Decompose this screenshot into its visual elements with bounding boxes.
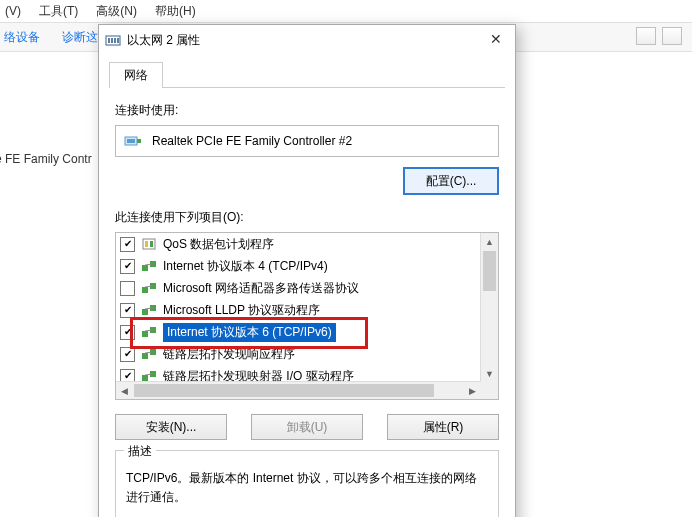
svg-rect-8 [143,239,155,249]
scroll-up-arrow-icon[interactable]: ▲ [481,233,498,250]
scroll-down-arrow-icon[interactable]: ▼ [481,365,498,382]
qos-icon [141,237,157,251]
svg-rect-1 [108,38,110,43]
vertical-scrollbar[interactable]: ▲ ▼ [480,233,498,382]
dialog-title-text: 以太网 2 属性 [127,32,200,49]
dialog-titlebar: 以太网 2 属性 [99,25,515,55]
item-checkbox[interactable] [120,369,135,383]
list-item[interactable]: Internet 协议版本 4 (TCP/IPv4) [116,255,481,277]
tab-network[interactable]: 网络 [109,62,163,88]
item-checkbox[interactable] [120,325,135,340]
list-item[interactable]: 链路层拓扑发现映射器 I/O 驱动程序 [116,365,481,382]
item-checkbox[interactable] [120,237,135,252]
adapter-field[interactable]: Realtek PCIe FE Family Controller #2 [115,125,499,157]
description-groupbox: 描述 TCP/IPv6。最新版本的 Internet 协议，可以跨多个相互连接的… [115,450,499,517]
svg-rect-14 [142,287,148,293]
menu-advanced[interactable]: 高级(N) [96,3,137,20]
list-item[interactable]: Microsoft 网络适配器多路传送器协议 [116,277,481,299]
item-checkbox[interactable] [120,281,135,296]
ethernet-icon [105,32,121,48]
toolbar-help-icon[interactable] [662,27,682,45]
vertical-scroll-thumb[interactable] [483,251,496,291]
svg-rect-20 [142,331,148,337]
items-listbox[interactable]: QoS 数据包计划程序Internet 协议版本 4 (TCP/IPv4)Mic… [115,232,499,400]
description-text: TCP/IPv6。最新版本的 Internet 协议，可以跨多个相互连接的网络进… [126,469,488,507]
svg-rect-4 [117,38,119,43]
close-icon: ✕ [490,31,502,47]
item-label: Internet 协议版本 6 (TCP/IPv6) [163,323,336,342]
item-label: Microsoft 网络适配器多路传送器协议 [163,280,359,297]
svg-rect-11 [142,265,148,271]
protocol-icon [141,281,157,295]
item-checkbox[interactable] [120,347,135,362]
horizontal-scroll-thumb[interactable] [134,384,434,397]
item-checkbox[interactable] [120,259,135,274]
toolbar-item-b[interactable]: 诊断这 [58,29,102,46]
uninstall-button: 卸载(U) [251,414,363,440]
svg-rect-7 [137,139,141,143]
adapter-name: Realtek PCIe FE Family Controller #2 [152,134,352,148]
menu-tools[interactable]: 工具(T) [39,3,78,20]
list-item[interactable]: Internet 协议版本 6 (TCP/IPv6) [116,321,481,343]
svg-rect-3 [114,38,116,43]
horizontal-scrollbar[interactable]: ◀ ▶ [116,381,481,399]
list-item[interactable]: Microsoft LLDP 协议驱动程序 [116,299,481,321]
network-card-icon [124,134,142,148]
scroll-corner [481,382,498,399]
items-label: 此连接使用下列项目(O): [115,209,499,226]
item-label: 链路层拓扑发现映射器 I/O 驱动程序 [163,368,354,383]
svg-rect-9 [145,241,148,247]
scroll-left-arrow-icon[interactable]: ◀ [116,382,133,399]
connect-using-label: 连接时使用: [115,102,499,119]
install-button[interactable]: 安装(N)... [115,414,227,440]
description-legend: 描述 [124,442,156,461]
protocol-icon [141,259,157,273]
list-item[interactable]: QoS 数据包计划程序 [116,233,481,255]
toolbar-view-icon[interactable] [636,27,656,45]
menu-help[interactable]: 帮助(H) [155,3,196,20]
properties-dialog: 以太网 2 属性 ✕ 网络 连接时使用: Realtek PCIe FE Fam… [98,24,516,517]
item-label: QoS 数据包计划程序 [163,236,274,253]
svg-rect-6 [127,139,135,143]
svg-rect-23 [142,353,148,359]
item-checkbox[interactable] [120,303,135,318]
item-label: Microsoft LLDP 协议驱动程序 [163,302,320,319]
tab-strip: 网络 [109,61,505,87]
background-menubar: (V) 工具(T) 高级(N) 帮助(H) [0,0,692,22]
svg-rect-17 [142,309,148,315]
protocol-icon [141,347,157,361]
protocol-icon [141,325,157,339]
item-label: Internet 协议版本 4 (TCP/IPv4) [163,258,328,275]
item-label: 链路层拓扑发现响应程序 [163,346,295,363]
close-button[interactable]: ✕ [483,29,509,49]
list-item[interactable]: 链路层拓扑发现响应程序 [116,343,481,365]
properties-button[interactable]: 属性(R) [387,414,499,440]
scroll-right-arrow-icon[interactable]: ▶ [464,382,481,399]
protocol-icon [141,303,157,317]
menu-view[interactable]: (V) [5,4,21,18]
configure-button[interactable]: 配置(C)... [403,167,499,195]
background-adapter-label: e FE Family Contr [0,152,92,166]
toolbar-item-a[interactable]: 络设备 [0,29,44,46]
svg-rect-2 [111,38,113,43]
svg-rect-10 [150,241,153,247]
